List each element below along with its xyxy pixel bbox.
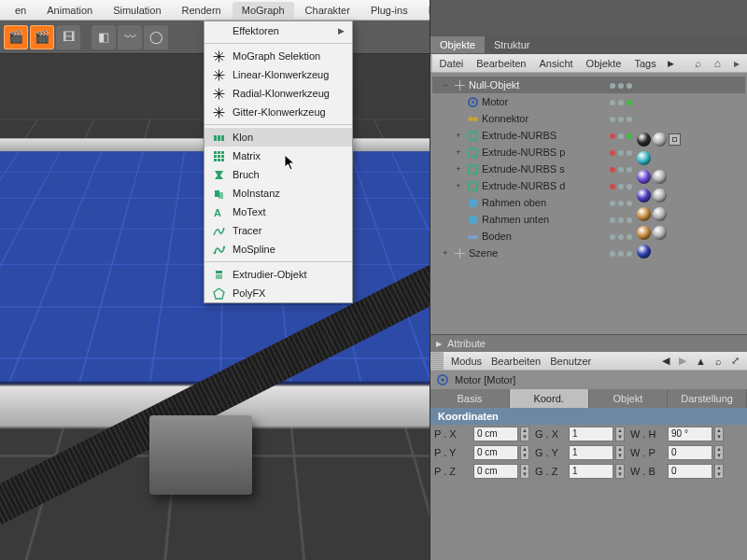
spinner[interactable]: ▲▼: [714, 464, 724, 479]
value-input[interactable]: 0 cm: [473, 464, 518, 479]
header-item[interactable]: Objekte: [585, 58, 624, 69]
header-item[interactable]: Benutzer: [550, 356, 591, 367]
tab-objekte[interactable]: Objekte: [430, 36, 485, 53]
expander-icon[interactable]: +: [441, 248, 450, 258]
header-item[interactable]: Modus: [451, 356, 482, 367]
nurbs-tool-icon[interactable]: ◯: [144, 25, 168, 49]
spinner[interactable]: ▲▼: [520, 427, 529, 441]
disclosure-icon[interactable]: ▶: [436, 340, 442, 348]
tab-struktur[interactable]: Struktur: [485, 36, 540, 53]
spline-tool-icon[interactable]: 〰: [118, 25, 142, 49]
value-input[interactable]: 1: [569, 445, 613, 460]
tag-icon[interactable]: [669, 133, 681, 146]
expander-icon[interactable]: +: [454, 164, 463, 174]
tree-item[interactable]: −Null-Objekt: [432, 77, 745, 93]
tree-item[interactable]: +Extrude-NURBS d: [432, 177, 745, 194]
menu-bruch[interactable]: Bruch: [204, 165, 352, 184]
menu-klon[interactable]: Klon: [204, 128, 352, 147]
value-input[interactable]: 0 cm: [473, 427, 518, 441]
home-icon[interactable]: ⌂: [712, 57, 723, 70]
tree-item[interactable]: +Extrude-NURBS: [432, 127, 745, 144]
spinner[interactable]: ▲▼: [520, 445, 529, 460]
tree-item[interactable]: Rahmen oben: [432, 194, 745, 211]
spinner[interactable]: ▲▼: [615, 445, 625, 460]
menu-polyfx[interactable]: PolyFX: [204, 284, 352, 302]
material-ball[interactable]: [637, 245, 651, 259]
material-ball[interactable]: [637, 207, 651, 221]
material-ball[interactable]: [653, 189, 667, 203]
tree-item[interactable]: Rahmen unten: [432, 211, 745, 228]
menu-item[interactable]: Simulation: [104, 2, 170, 19]
nav-back-icon[interactable]: ◀: [662, 355, 669, 367]
spinner[interactable]: ▲▼: [520, 464, 529, 479]
menu-extrudier-objekt[interactable]: Extrudier-Objekt: [204, 265, 352, 284]
expander-icon[interactable]: −: [441, 80, 450, 90]
menu-radial-klonwerkzeug[interactable]: Radial-Klonwerkzeug: [204, 84, 352, 103]
header-item[interactable]: Tags: [633, 58, 658, 69]
material-ball[interactable]: [637, 133, 651, 147]
menu-matrix[interactable]: Matrix: [204, 147, 352, 165]
value-input[interactable]: 0: [668, 445, 712, 460]
film-icon[interactable]: 🎞: [56, 25, 80, 49]
tab-objekt[interactable]: Objekt: [589, 389, 669, 408]
menu-item[interactable]: Animation: [37, 2, 102, 19]
menu-item[interactable]: en: [6, 2, 35, 19]
material-ball[interactable]: [637, 226, 651, 240]
menu-tracer[interactable]: Tracer: [204, 221, 352, 240]
material-tags[interactable]: [637, 131, 681, 259]
header-item[interactable]: Bearbeiten: [474, 58, 528, 69]
collapse-icon[interactable]: ▸: [732, 57, 741, 70]
menu-linear-klonwerkzeug[interactable]: Linear-Klonwerkzeug: [204, 65, 352, 84]
panel-grip[interactable]: [430, 352, 444, 371]
value-input[interactable]: 1: [569, 464, 613, 479]
spinner[interactable]: ▲▼: [615, 427, 625, 441]
menu-item[interactable]: Charakter: [296, 2, 359, 19]
menu-gitter-klonwerkzeug[interactable]: Gitter-Klonwerkzeug: [204, 103, 352, 121]
value-input[interactable]: 1: [569, 427, 613, 441]
value-input[interactable]: 90 °: [668, 427, 712, 441]
lock-icon[interactable]: ⤢: [731, 355, 740, 367]
tab-koord[interactable]: Koord.: [510, 389, 589, 408]
tree-item[interactable]: Boden: [432, 228, 745, 245]
spinner[interactable]: ▲▼: [714, 427, 724, 441]
tab-darstellung[interactable]: Darstellung: [668, 389, 747, 408]
nav-fwd-icon[interactable]: ▶: [679, 355, 686, 367]
spinner[interactable]: ▲▼: [615, 464, 625, 479]
menu-mospline[interactable]: MoSpline: [204, 240, 352, 259]
search-icon[interactable]: ⌕: [693, 57, 703, 70]
material-ball[interactable]: [653, 207, 667, 221]
menu-moinstanz[interactable]: MoInstanz: [204, 184, 352, 203]
expander-icon[interactable]: +: [454, 147, 463, 157]
cube-primitive-icon[interactable]: ◧: [92, 25, 116, 49]
tree-item[interactable]: Konnektor: [432, 110, 745, 127]
spinner[interactable]: ▲▼: [714, 445, 724, 460]
material-ball[interactable]: [637, 151, 651, 165]
material-ball[interactable]: [653, 226, 667, 240]
material-ball[interactable]: [637, 170, 651, 184]
material-ball[interactable]: [653, 133, 667, 147]
value-input[interactable]: 0: [668, 464, 712, 479]
tree-item[interactable]: +Szene: [432, 245, 745, 261]
menu-mograph-selektion[interactable]: MoGraph Selektion: [204, 47, 352, 65]
tree-item[interactable]: +Extrude-NURBS s: [432, 161, 745, 177]
tree-item[interactable]: +Extrude-NURBS p: [432, 144, 745, 161]
value-input[interactable]: 0 cm: [473, 445, 518, 460]
menu-item[interactable]: Rendern: [173, 2, 231, 19]
visibility-dots[interactable]: [610, 78, 632, 260]
attributes-titlebar[interactable]: ▶ Attribute: [430, 335, 747, 352]
expander-icon[interactable]: +: [454, 181, 463, 190]
header-item[interactable]: Datei: [438, 58, 466, 69]
menu-item[interactable]: Plug-ins: [361, 2, 417, 19]
search-icon[interactable]: ⌕: [715, 356, 722, 367]
tab-basis[interactable]: Basis: [430, 389, 510, 408]
menu-motext[interactable]: AMoText: [204, 203, 352, 221]
tree-item[interactable]: Motor: [432, 93, 745, 110]
menu-item-mograph[interactable]: MoGraph: [233, 2, 294, 19]
expander-icon[interactable]: +: [454, 131, 463, 140]
header-item[interactable]: Bearbeiten: [491, 356, 541, 367]
nav-up-icon[interactable]: ▲: [696, 356, 706, 367]
material-ball[interactable]: [653, 170, 667, 184]
clapper-icon[interactable]: 🎬: [4, 25, 28, 49]
object-tree[interactable]: −Null-ObjektMotorKonnektor+Extrude-NURBS…: [430, 73, 747, 334]
menu-effektoren[interactable]: Effektoren: [204, 21, 352, 40]
